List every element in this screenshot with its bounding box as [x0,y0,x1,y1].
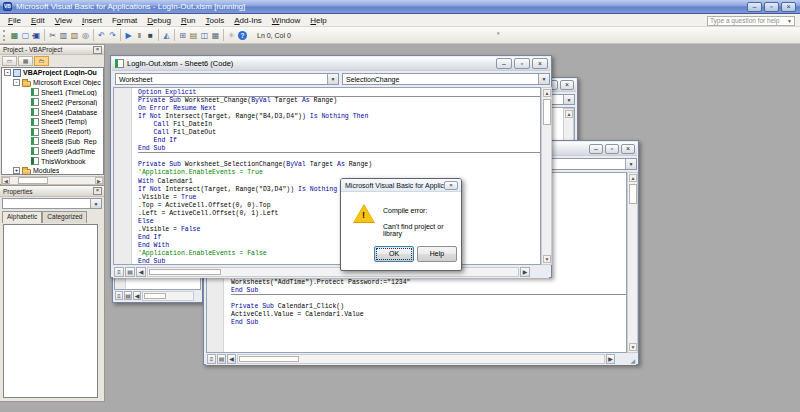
code-vscrollbar[interactable]: ▲ ▼ [541,87,552,265]
menu-run[interactable]: Run [176,14,201,27]
properties-window-icon[interactable]: ▤ [188,29,199,42]
project-tree[interactable]: -VBAProject (LogIn-Ou-Microsoft Excel Ob… [1,67,104,175]
hscroll-track[interactable] [237,354,605,364]
window-minimize-button[interactable]: – [496,58,512,69]
break-icon[interactable]: ‖ [134,29,145,42]
procedure-view-button[interactable]: ≡ [114,267,124,277]
hscroll-track[interactable] [147,267,519,277]
properties-panel-header[interactable]: Properties × [0,186,104,197]
find-icon[interactable]: ◎ [80,29,91,42]
menu-file[interactable]: File [3,14,26,27]
scroll-thumb[interactable] [144,293,166,299]
window-close-button[interactable]: × [560,80,574,90]
menu-insert[interactable]: Insert [77,14,107,27]
run-icon[interactable]: ▶ [123,29,134,42]
scroll-thumb[interactable] [629,184,637,204]
menu-tools[interactable]: Tools [201,14,230,27]
tree-item-sheet5-temp[interactable]: Sheet5 (Temp) [2,117,103,127]
scroll-thumb[interactable] [149,269,221,275]
tab-categorized[interactable]: Categorized [42,211,87,223]
resize-grip[interactable]: ◢ [630,357,635,364]
insert-userform-icon[interactable]: ▢▾ [20,29,31,42]
office-assistant-icon[interactable]: ✳ [226,29,237,42]
tree-item-modules[interactable]: +Modules [2,166,103,175]
back-bottom-vscrollbar[interactable]: ▲ ▼ [627,172,638,353]
undo-icon[interactable]: ↶ [96,29,107,42]
scroll-thumb[interactable] [543,99,551,125]
code-text[interactable]: Option ExplicitPrivate Sub Worksheet_Cha… [132,89,540,265]
tree-item-microsoft-excel-objec[interactable]: -Microsoft Excel Objec [2,78,103,88]
copy-icon[interactable]: ▥ [58,29,69,42]
dialog-titlebar[interactable]: Microsoft Visual Basic for Applicati... [341,179,461,192]
code-window-titlebar[interactable]: LogIn-Out.xlsm - Sheet6 (Code) – ▫ × [112,57,550,71]
app-maximize-button[interactable]: ▫ [764,2,779,12]
design-mode-icon[interactable]: ◭ [161,29,172,42]
tree-item-sheet1-timelog[interactable]: Sheet1 (TimeLog) [2,88,103,98]
tab-alphabetic[interactable]: Alphabetic [2,211,42,223]
properties-list[interactable] [3,224,98,398]
menu-window[interactable]: Window [267,14,305,27]
module-view-button[interactable]: ▤ [217,354,226,364]
view-code-button[interactable]: ▭ [2,56,17,66]
menu-view[interactable]: View [50,14,77,27]
hscroll-track[interactable] [142,291,194,301]
code-editor-area[interactable]: Option ExplicitPrivate Sub Worksheet_Cha… [113,87,541,265]
scroll-down-icon[interactable]: ▼ [629,343,637,351]
scroll-left-icon[interactable]: ◀ [136,267,146,277]
properties-object-combo[interactable]: ▼ [2,198,102,209]
tree-item-sheet4-database[interactable]: Sheet4 (Database [2,107,103,117]
code-window[interactable]: LogIn-Out.xlsm - Sheet6 (Code) – ▫ × Wor… [110,55,552,278]
expand-icon[interactable]: + [13,167,20,174]
help-button[interactable]: Help [417,246,457,262]
collapse-icon[interactable]: - [4,69,11,76]
collapse-icon[interactable]: - [13,79,20,86]
tree-item-vbaproject-login-ou[interactable]: -VBAProject (LogIn-Ou [2,68,103,78]
module-view-button[interactable]: ▤ [125,267,135,277]
scroll-left-icon[interactable]: ◀ [2,177,10,184]
scroll-down-icon[interactable]: ▼ [543,255,551,263]
menu-format[interactable]: Format [107,14,142,27]
save-icon[interactable]: ▣ [31,29,42,42]
tree-item-sheet9-addtime[interactable]: Sheet9 (AddTime [2,146,103,156]
help-icon[interactable]: ? [237,29,248,42]
scroll-up-icon[interactable]: ▲ [565,110,573,118]
view-object-button[interactable]: ▦ [18,56,33,66]
cut-icon[interactable]: ✂ [47,29,58,42]
object-browser-icon[interactable]: ◫ [199,29,210,42]
tree-item-thisworkbook[interactable]: ThisWorkbook [2,156,103,166]
project-tree-hscrollbar[interactable]: ◀ ▶ [1,176,104,185]
reset-icon[interactable]: ■ [145,29,156,42]
object-combo[interactable]: Worksheet ▼ [115,73,339,85]
toolbar-overflow-handle[interactable]: ▾ [497,30,500,36]
redo-icon[interactable]: ↷ [107,29,118,42]
window-restore-button[interactable]: ▫ [514,58,530,69]
dialog-close-icon[interactable]: × [444,181,458,190]
scroll-right-icon[interactable]: ▶ [520,267,530,277]
window-close-button[interactable]: × [621,144,635,154]
menu-help[interactable]: Help [305,14,331,27]
scroll-up-icon[interactable]: ▲ [543,89,551,97]
project-explorer-icon[interactable]: ⊞ [177,29,188,42]
scroll-left-icon[interactable]: ◀ [227,354,236,364]
tree-item-sheet2-personal[interactable]: Sheet2 (Personal) [2,97,103,107]
paste-icon[interactable]: ▧ [69,29,80,42]
scroll-right-icon[interactable]: ▶ [95,177,103,184]
procedure-view-button[interactable]: ≡ [115,291,123,300]
module-view-button[interactable]: ▤ [124,291,132,300]
scroll-thumb[interactable] [18,177,48,184]
toolbox-icon[interactable]: ▦ [210,29,221,42]
tree-item-sheet8-sub-rep[interactable]: Sheet8 (Sub_Rep [2,137,103,147]
project-panel-close-icon[interactable]: × [93,46,102,54]
menu-addins[interactable]: Add-Ins [229,14,267,27]
app-titlebar[interactable]: VB Microsoft Visual Basic for Applicatio… [0,0,800,14]
properties-panel-close-icon[interactable]: × [93,187,102,195]
menu-debug[interactable]: Debug [142,14,176,27]
toggle-folders-button[interactable]: 🗀 [34,56,49,66]
scroll-thumb[interactable] [239,356,299,362]
toolbar-grip[interactable] [3,30,5,41]
window-restore-button[interactable]: ▫ [605,144,619,154]
scroll-right-icon[interactable]: ▶ [606,354,615,364]
menu-edit[interactable]: Edit [26,14,50,27]
app-minimize-button[interactable]: – [747,2,762,12]
app-close-button[interactable]: × [781,2,796,12]
